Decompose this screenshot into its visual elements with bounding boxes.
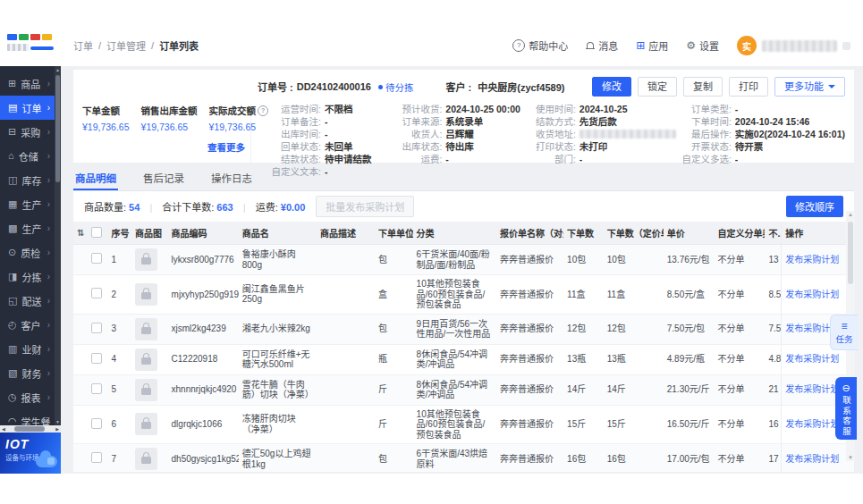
publish-purchase-plan-link[interactable]: 发布采购计划 xyxy=(785,255,839,265)
topbar-item-help[interactable]: ? 帮助中心 xyxy=(512,38,568,53)
row-checkbox[interactable] xyxy=(91,323,102,333)
production-2-icon: ▩ xyxy=(8,223,17,233)
chevron-right-icon: › xyxy=(47,272,50,281)
sidebar-item-production-2[interactable]: ▩ 生产 › xyxy=(0,216,55,240)
avatar[interactable]: 实 xyxy=(737,36,757,55)
topbar-item-bell[interactable]: 消息 xyxy=(586,38,618,53)
col-index: 序号 xyxy=(108,222,131,245)
order-qty-pricing-unit: 14斤 xyxy=(604,374,664,405)
app-logo[interactable] xyxy=(0,30,61,61)
sidebar-item-purchase[interactable]: ⊟ 采购 › xyxy=(0,120,55,144)
scrollbar-thumb[interactable] xyxy=(848,222,853,284)
cloud-icon xyxy=(36,456,57,467)
row-checkbox[interactable] xyxy=(91,353,102,364)
product-image-placeholder[interactable] xyxy=(135,448,157,470)
sidebar-item-customers[interactable]: ◴ 客户 › xyxy=(0,313,55,337)
product-desc xyxy=(317,245,375,275)
logo-block-green xyxy=(19,34,29,40)
topbar-item-apps[interactable]: ⊞ 应用 xyxy=(636,38,668,53)
scrollbar-thumb[interactable] xyxy=(55,75,60,182)
sidebar-item-reports[interactable]: ◷ 报表 › xyxy=(0,385,55,409)
field-label: 运费: xyxy=(386,154,442,165)
product-image-placeholder[interactable] xyxy=(135,318,157,340)
field-value: - xyxy=(325,116,328,128)
order-field: 运费: - xyxy=(386,154,520,165)
field-value: - xyxy=(580,154,583,165)
sidebar-item-biz-finance[interactable]: ▥ 业财 › xyxy=(0,337,55,361)
table-row: 7 dh50gysjcg1kg5249 德汇50g以上鸡翅根1kg 包 6干货米… xyxy=(73,444,854,473)
field-value: - xyxy=(735,104,739,115)
sidebar: ⊞ 商品 › ▤ 订单 › ⊟ 采购 › ⌂ 仓储 › ◫ 库存 › ▦ 生产 … xyxy=(0,66,61,474)
more-actions-button[interactable]: 更多功能 xyxy=(774,77,845,97)
topbar-item-gear[interactable]: ⚙ 设置 xyxy=(686,38,719,53)
scroll-left-icon[interactable]: ◀ xyxy=(2,425,5,433)
publish-purchase-plan-link[interactable]: 发布采购计划 xyxy=(785,454,839,464)
scroll-up-icon[interactable]: ▲ xyxy=(846,212,855,217)
chevron-down-icon xyxy=(828,85,835,88)
chevron-right-icon: › xyxy=(47,296,50,306)
warehouse-icon: ⌂ xyxy=(8,151,14,161)
quote-name: 奔奔普通报价 xyxy=(496,374,563,405)
order-unit: 包 xyxy=(375,444,413,473)
user-menu-caret[interactable] xyxy=(842,42,850,50)
topbar-menu: ? 帮助中心 消息 ⊞ 应用 ⚙ 设置 实 xyxy=(495,36,863,55)
scroll-right-icon[interactable]: ▶ xyxy=(55,425,59,433)
field-label: 部门: xyxy=(520,154,576,165)
breadcrumb-item[interactable]: 订单 xyxy=(73,38,93,53)
sidebar-item-qc[interactable]: ⊙ 质检 › xyxy=(0,240,55,265)
breadcrumb-separator: / xyxy=(98,40,101,51)
custom-split-type: 不分单 xyxy=(715,374,766,405)
field-label: 打印状态: xyxy=(520,141,576,153)
publish-purchase-plan-link[interactable]: 发布采购计划 xyxy=(785,354,839,364)
product-image-placeholder[interactable] xyxy=(135,379,157,401)
col-order-qty: 下单数 xyxy=(563,222,604,245)
scroll-down-icon[interactable]: ▼ xyxy=(55,419,61,424)
sidebar-item-goods[interactable]: ⊞ 商品 › xyxy=(0,71,55,96)
summary-separator: | xyxy=(243,202,246,213)
scroll-up-icon[interactable]: ▲ xyxy=(55,67,61,72)
product-image-placeholder[interactable] xyxy=(135,248,157,271)
task-floating-button[interactable]: ≡ 任务 xyxy=(830,315,858,350)
product-image-placeholder[interactable] xyxy=(135,413,157,435)
apps-icon: ⊞ xyxy=(636,40,645,51)
edit-button[interactable]: 修改 xyxy=(592,77,631,97)
select-all-checkbox[interactable] xyxy=(91,227,102,238)
sidebar-item-production[interactable]: ▦ 生产 › xyxy=(0,192,55,216)
publish-purchase-plan-link[interactable]: 发布采购计划 xyxy=(785,290,839,299)
sidebar-item-inventory[interactable]: ◫ 库存 › xyxy=(0,168,55,192)
scrollbar-thumb[interactable] xyxy=(14,426,45,432)
product-image-placeholder[interactable] xyxy=(135,283,157,306)
copy-button[interactable]: 复制 xyxy=(683,77,723,97)
reorder-button[interactable]: 修改顺序 xyxy=(786,196,843,217)
contact-service-floating-button[interactable]: ⊖ 联系客服 xyxy=(835,377,857,440)
sidebar-horizontal-scrollbar[interactable]: ◀ ▶ xyxy=(0,425,61,433)
product-image-placeholder[interactable] xyxy=(135,349,157,371)
sidebar-item-finance[interactable]: ▧ 财务 › xyxy=(0,361,55,385)
print-button[interactable]: 打印 xyxy=(729,77,768,97)
lock-icon xyxy=(141,257,151,265)
iot-banner[interactable]: IOT 设备与环境 xyxy=(0,433,61,474)
category: 8休闲食品/54冲调类/冲调品 xyxy=(413,374,496,405)
view-more-link[interactable]: 查看更多 xyxy=(82,140,245,154)
sidebar-item-delivery[interactable]: ◱ 配送 › xyxy=(0,289,55,313)
row-checkbox[interactable] xyxy=(91,288,102,298)
order-field: 预计收货: 2024-10-25 00:00 xyxy=(386,104,520,115)
sidebar-item-orders[interactable]: ▤ 订单 › xyxy=(0,96,55,120)
breadcrumb-item[interactable]: 订单管理 xyxy=(106,38,146,53)
publish-purchase-plan-link[interactable]: 发布采购计划 xyxy=(785,419,839,429)
sidebar-item-sorting[interactable]: ◨ 分拣 › xyxy=(0,265,55,289)
row-checkbox[interactable] xyxy=(91,452,102,463)
sidebar-item-warehouse[interactable]: ⌂ 仓储 › xyxy=(0,144,55,168)
scroll-down-icon[interactable]: ▼ xyxy=(846,455,855,460)
sidebar-vertical-scrollbar[interactable]: ▲ ▼ xyxy=(55,66,61,425)
publish-purchase-plan-link[interactable]: 发布采购计划 xyxy=(785,384,839,394)
sort-column-header[interactable]: ⇅ xyxy=(73,222,88,245)
row-checkbox[interactable] xyxy=(91,253,102,264)
lock-button[interactable]: 锁定 xyxy=(638,77,677,97)
quote-name: 奔奔普通报价 xyxy=(496,314,563,344)
row-checkbox[interactable] xyxy=(91,383,102,394)
row-checkbox[interactable] xyxy=(91,418,102,429)
batch-publish-purchase-plan-button[interactable]: 批量发布采购计划 xyxy=(316,196,414,217)
order-fields-column: 订单类型: - 下单时间: 2024-10-24 15:46 最后操作: 实施0… xyxy=(676,104,845,178)
product-desc xyxy=(317,405,375,444)
